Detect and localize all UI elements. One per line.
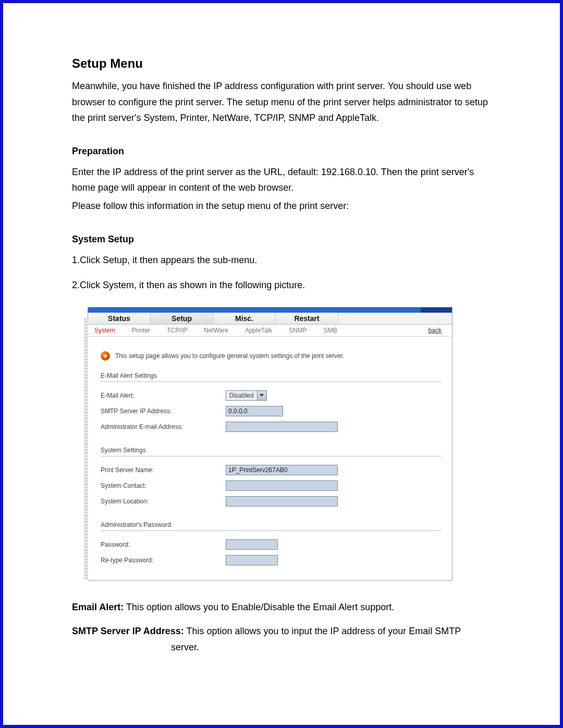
section-admin-password: Administrator's Password [101, 521, 442, 531]
label-system-contact: System Contact: [101, 482, 226, 489]
setup-panel-body: This setup page allows you to configure … [88, 337, 452, 580]
label-admin-email: Administrator E-mail Address: [101, 423, 226, 430]
input-system-location[interactable] [226, 496, 338, 507]
info-text: This setup page allows you to configure … [115, 352, 345, 360]
label-smtp-ip: SMTP Server IP Address: [101, 408, 226, 415]
desc-email-alert-label: Email Alert: [72, 602, 124, 612]
subtab-tcpip[interactable]: TCP/IP [167, 327, 187, 334]
page-frame: Setup Menu Meanwhile, you have finished … [0, 0, 563, 728]
intro-paragraph: Meanwhile, you have finished the IP addr… [72, 78, 491, 126]
subtab-appletalk[interactable]: AppleTalk [245, 327, 272, 334]
main-tab-row: Status Setup Misc. Restart [88, 313, 452, 325]
decorative-left-strip [84, 318, 88, 580]
subtab-system[interactable]: System [94, 327, 115, 334]
preparation-paragraph-1: Enter the IP address of the print server… [72, 164, 491, 196]
desc-smtp-text-line2: server. [72, 639, 491, 656]
subtab-back[interactable]: back [429, 327, 442, 334]
description-email-alert: Email Alert: This option allows you to E… [72, 599, 491, 615]
input-admin-email[interactable] [226, 422, 338, 432]
tab-setup[interactable]: Setup [151, 313, 213, 324]
select-email-alert[interactable]: Disabled [226, 390, 267, 401]
input-system-contact[interactable] [226, 480, 338, 491]
subtab-netware[interactable]: NetWare [204, 327, 228, 334]
system-setup-step-1: 1.Click Setup, it then appears the sub-m… [72, 252, 491, 268]
document-body: Setup Menu Meanwhile, you have finished … [72, 56, 491, 656]
tab-misc[interactable]: Misc. [213, 313, 276, 324]
window-title-bar [88, 307, 452, 313]
label-retype-password: Re-type Password: [101, 557, 226, 564]
description-smtp: SMTP Server IP Address: This option allo… [72, 623, 491, 655]
input-retype-password[interactable] [226, 555, 278, 565]
system-setup-step-2: 2.Click System, it then as shown in the … [72, 277, 491, 293]
subtab-snmp[interactable]: SNMP [289, 327, 307, 334]
input-smtp-ip[interactable] [226, 406, 283, 416]
tab-status[interactable]: Status [88, 313, 151, 324]
label-password: Password: [101, 541, 226, 548]
input-password[interactable] [226, 539, 278, 550]
section-email-alert-settings: E-Mail Alert Settings [101, 372, 442, 382]
label-system-location: System Location: [101, 498, 226, 505]
label-email-alert: E-Mail Alert: [101, 392, 226, 399]
desc-smtp-label: SMTP Server IP Address: [72, 626, 184, 636]
heading-preparation: Preparation [72, 146, 491, 157]
sub-tab-row: System Printer TCP/IP NetWare AppleTalk … [88, 325, 452, 337]
label-print-server-name: Print Server Name: [101, 466, 226, 474]
title-bar-corner [421, 307, 452, 313]
input-print-server-name[interactable] [226, 465, 338, 475]
system-setup-screenshot: Status Setup Misc. Restart System Printe… [88, 307, 452, 581]
info-icon [101, 351, 110, 361]
heading-setup-menu: Setup Menu [72, 56, 491, 71]
info-banner: This setup page allows you to configure … [101, 351, 442, 361]
preparation-paragraph-2: Please follow this information in the se… [72, 198, 491, 214]
chevron-down-icon [257, 391, 266, 400]
desc-smtp-text: This option allows you to input the IP a… [184, 626, 461, 636]
tab-restart[interactable]: Restart [276, 313, 338, 324]
heading-system-setup: System Setup [72, 234, 491, 245]
subtab-smb[interactable]: SMB [324, 327, 337, 334]
desc-email-alert-text: This option allows you to Enable/Disable… [124, 602, 394, 612]
select-email-alert-value: Disabled [226, 392, 257, 399]
subtab-printer[interactable]: Printer [132, 327, 150, 334]
section-system-settings: System Settings [101, 447, 442, 456]
